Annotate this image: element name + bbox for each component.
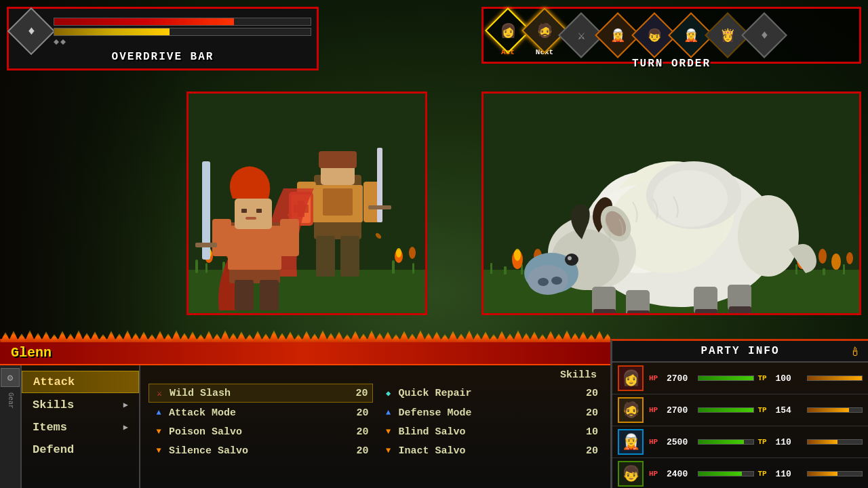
- action-defend-label: Defend: [33, 443, 74, 456]
- turn-char-2[interactable]: 🧔 Next: [528, 14, 561, 56]
- turn-char-5[interactable]: 👦: [638, 19, 671, 52]
- tp-value-1: 100: [776, 373, 803, 384]
- hp-label-3: HP: [649, 438, 663, 446]
- svg-point-90: [653, 170, 728, 227]
- skill-row-inact-salvo[interactable]: ▼ Inact Salvo 20: [378, 442, 603, 460]
- action-skills[interactable]: Skills ▶: [22, 394, 139, 415]
- portrait-next: 🧔: [521, 7, 568, 54]
- inact-salvo-cost: 20: [579, 445, 598, 457]
- turn-char-1[interactable]: 👩 Act: [492, 14, 524, 56]
- svg-rect-96: [593, 309, 616, 315]
- svg-rect-48: [260, 280, 279, 310]
- svg-marker-159: [480, 331, 491, 342]
- party-member-2: 🧔 HP 2700 TP 154: [612, 394, 868, 426]
- turn-char-8[interactable]: ♦: [748, 19, 781, 52]
- party-scene: [189, 94, 425, 313]
- hp-row-1: HP 2700 TP 100: [649, 373, 863, 384]
- svg-point-63: [514, 249, 521, 261]
- svg-rect-30: [368, 205, 391, 209]
- svg-point-82: [528, 265, 568, 295]
- blind-salvo-cost: 10: [579, 426, 598, 438]
- inact-salvo-name: Inact Salvo: [399, 445, 576, 457]
- hp-row-3: HP 2500 TP 110: [649, 437, 863, 447]
- svg-rect-98: [695, 309, 717, 315]
- tp-bar-fill-4: [808, 472, 837, 476]
- action-items[interactable]: Items ▶: [22, 417, 139, 438]
- overdrive-bar-fill: [54, 28, 170, 35]
- gear-sidebar: ⚙ Gear: [0, 365, 22, 488]
- poison-salvo-name: Poison Salvo: [169, 426, 346, 438]
- hp-value-2: 2700: [667, 405, 694, 415]
- skill-row-poison-salvo[interactable]: ▼ Poison Salvo 20: [149, 423, 373, 441]
- flames-top: [0, 329, 610, 342]
- turn-char-3[interactable]: ⚔: [565, 19, 597, 52]
- hp-value-1: 2700: [667, 373, 694, 384]
- tp-value-3: 110: [776, 437, 803, 447]
- tp-label-3: TP: [758, 438, 772, 446]
- member-avatar-2: 🧔: [618, 397, 644, 423]
- defense-mode-cost: 20: [579, 407, 598, 419]
- svg-rect-39: [235, 199, 272, 229]
- member-stats-2: HP 2700 TP 154: [649, 405, 863, 415]
- svg-rect-24: [319, 151, 357, 168]
- portrait-8: ♦: [741, 12, 787, 58]
- tp-bar-1: [807, 375, 863, 381]
- skill-row-quick-repair[interactable]: ◆ Quick Repair 20: [378, 384, 603, 403]
- character-name: Glenn: [11, 345, 52, 361]
- overdrive-label: OVERDRIVE BAR: [14, 51, 311, 63]
- blind-salvo-name: Blind Salvo: [399, 426, 576, 438]
- member-avatar-4: 👦: [618, 461, 644, 487]
- skills-header: Skills: [149, 369, 602, 381]
- inact-salvo-icon: ▼: [382, 445, 395, 457]
- tp-bar-fill-3: [808, 440, 837, 444]
- svg-rect-60: [823, 268, 825, 275]
- svg-point-18: [409, 247, 416, 259]
- svg-point-17: [396, 248, 401, 258]
- tp-label-4: TP: [758, 470, 772, 478]
- skill-row-blind-salvo[interactable]: ▼ Blind Salvo 10: [378, 423, 603, 441]
- bottom-ui-panel: Glenn ⚙ Gear Attack Skills ▶ Items ▶ Def…: [0, 339, 610, 488]
- svg-rect-31: [316, 236, 335, 277]
- character-name-bar: Glenn: [0, 341, 610, 365]
- svg-rect-29: [377, 148, 382, 222]
- tp-bar-4: [807, 471, 863, 476]
- wild-slash-cost: 20: [349, 388, 368, 399]
- turn-char-6[interactable]: 🧝: [675, 19, 707, 52]
- hp-bar-fill-2: [698, 408, 753, 412]
- member-avatar-3: 🧝: [618, 429, 644, 455]
- hp-bar-fill-4: [698, 472, 742, 476]
- action-skills-label: Skills: [33, 399, 74, 411]
- svg-marker-147: [382, 331, 393, 342]
- skill-row-attack-mode[interactable]: ▲ Attack Mode 20: [149, 404, 373, 422]
- turn-char-4[interactable]: 🧝: [601, 19, 634, 52]
- turn-order-characters: 👩 Act 🧔 Next ⚔ 🧝 👦: [492, 14, 851, 56]
- svg-point-91: [738, 195, 799, 277]
- items-arrow: ▶: [123, 422, 128, 432]
- party-member-3: 🧝 HP 2500 TP 110: [612, 426, 868, 458]
- gear-icon[interactable]: ⚙: [1, 368, 20, 387]
- turn-char-7[interactable]: 👸: [711, 19, 744, 52]
- member-stats-1: HP 2700 TP 100: [649, 373, 863, 384]
- hp-bar-1: [698, 375, 754, 381]
- svg-point-70: [846, 252, 853, 264]
- svg-point-83: [538, 278, 549, 286]
- wild-slash-name: Wild Slash: [170, 388, 345, 399]
- enemy-scene: [484, 94, 859, 313]
- enemies-panel: ENEMIES: [481, 92, 861, 315]
- svg-rect-51: [490, 263, 492, 274]
- skill-row-wild-slash[interactable]: ⚔ Wild Slash 20: [149, 384, 373, 403]
- wild-slash-icon: ⚔: [153, 387, 165, 399]
- svg-point-84: [551, 277, 562, 285]
- skill-row-defense-mode[interactable]: ▲ Defense Mode 20: [378, 404, 603, 422]
- attack-mode-icon: ▲: [153, 407, 165, 419]
- enemies-bg-svg: [484, 94, 861, 315]
- silence-salvo-name: Silence Salvo: [169, 445, 346, 457]
- bar-marker: [60, 39, 66, 45]
- overdrive-bar-panel: ♦ OVERDRIVE BAR: [7, 7, 319, 70]
- skills-panel: Skills ⚔ Wild Slash 20 ◆ Quick Repair 20…: [140, 365, 610, 488]
- action-defend[interactable]: Defend: [22, 439, 139, 460]
- action-attack[interactable]: Attack: [22, 371, 139, 393]
- skill-row-silence-salvo[interactable]: ▼ Silence Salvo 20: [149, 442, 373, 460]
- member-stats-4: HP 2400 TP 110: [649, 469, 863, 479]
- svg-rect-38: [228, 226, 281, 270]
